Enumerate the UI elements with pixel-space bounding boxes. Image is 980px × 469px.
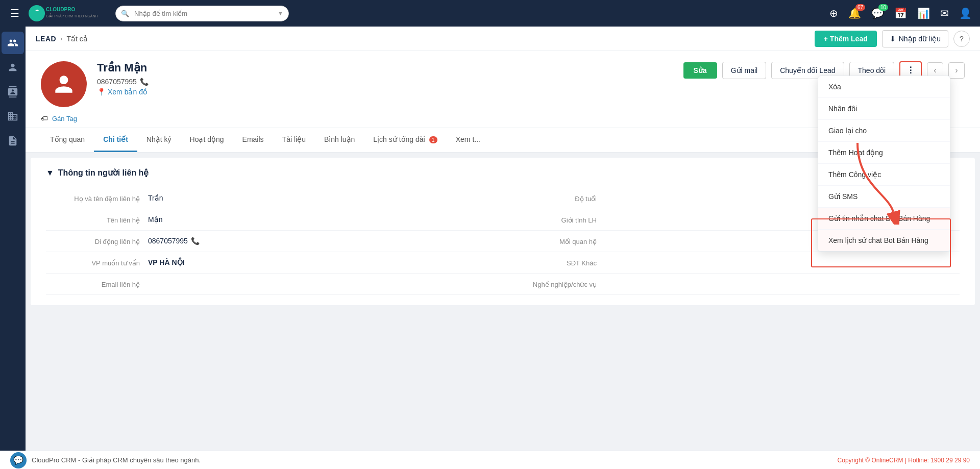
tab-chi-tiet[interactable]: Chi tiết (94, 128, 137, 152)
logo-svg: ☁ CLOUDPRO GIẢI PHÁP CRM THEO NGÀNH (28, 4, 99, 22)
field-value-ten: Mận (148, 215, 503, 224)
add-button[interactable]: ⊕ (829, 7, 838, 19)
profile-name: Trần Mận (97, 61, 673, 75)
dropdown-item-gui-sms[interactable]: Gửi SMS (818, 186, 950, 208)
phone-icon: 📞 (140, 78, 149, 86)
help-button[interactable]: ? (953, 31, 970, 47)
sidebar-item-document[interactable] (2, 130, 24, 152)
field-value-ho: Trần (148, 194, 503, 202)
navbar-right: ⊕ 🔔 67 💬 10 📅 📊 ✉ 👤 (829, 7, 972, 19)
dropdown-item-giao-lai[interactable]: Giao lại cho (818, 120, 950, 142)
field-row: Email liên hệ (46, 274, 503, 295)
avatar (41, 61, 87, 107)
chat-badge: 10 (878, 4, 888, 11)
tag-icon: 🏷 (41, 114, 48, 122)
breadcrumb-bar: LEAD › Tất cả + Thêm Lead ⬇ Nhập dữ liệu… (26, 27, 980, 51)
breadcrumb-lead: LEAD (36, 35, 56, 43)
field-row: Họ và tên đệm liên hệ Trần (46, 188, 503, 209)
chat-button[interactable]: 💬 10 (871, 7, 884, 19)
crm-tagline: CloudPro CRM - Giải pháp CRM chuyên sâu … (32, 456, 201, 464)
field-value-phone: 0867057995 📞 (148, 237, 503, 245)
dropdown-menu: Xóa Nhân đôi Giao lại cho Thêm Hoạt động… (818, 76, 950, 252)
search-input[interactable] (115, 6, 289, 21)
sidebar-item-company[interactable] (2, 105, 24, 128)
field-value-vp: VP HÀ NỘI (148, 258, 503, 266)
phone-call-icon: 📞 (191, 237, 200, 245)
messenger-button[interactable]: 💬 (10, 452, 27, 468)
field-label: Mối quan hệ (503, 237, 605, 245)
tab-hoat-dong[interactable]: Hoạt động (181, 128, 233, 152)
tab-xem-them[interactable]: Xem t... (447, 128, 489, 152)
field-row: VP muốn tư vấn VP HÀ NỘI (46, 252, 503, 274)
tab-lich-su-tong-dai[interactable]: Lịch sử tổng đài 1 (364, 128, 446, 152)
field-label: SĐT Khác (503, 258, 605, 267)
search-icon: 🔍 (121, 10, 129, 17)
next-button[interactable]: › (948, 62, 965, 79)
tag-link[interactable]: Gán Tag (52, 115, 77, 122)
phone-number: 0867057995 (97, 78, 137, 86)
send-mail-button[interactable]: Gửi mail (722, 62, 767, 79)
field-label: VP muốn tư vấn (46, 258, 148, 267)
copyright-text: Copyright © OnlineCRM | Hotline: (838, 457, 931, 464)
profile-phone: 0867057995 📞 (97, 78, 673, 86)
tab-emails[interactable]: Emails (233, 128, 273, 152)
search-dropdown-arrow[interactable]: ▼ (278, 10, 283, 16)
logo-area: ☁ CLOUDPRO GIẢI PHÁP CRM THEO NGÀNH (28, 4, 99, 22)
profile-info: Trần Mận 0867057995 📞 📍 Xem bản đồ (97, 61, 673, 96)
tab-nhat-ky[interactable]: Nhật ký (137, 128, 181, 152)
breadcrumb-actions: + Thêm Lead ⬇ Nhập dữ liệu ? (815, 30, 970, 47)
edit-button[interactable]: Sửa (683, 62, 717, 79)
field-label: Giới tính LH (503, 215, 605, 224)
calendar-button[interactable]: 📅 (894, 7, 907, 19)
profile-location: 📍 Xem bản đồ (97, 88, 673, 96)
tab-tong-quan[interactable]: Tổng quan (41, 128, 94, 152)
field-row: Nghề nghiệp/chức vụ (503, 274, 960, 295)
field-row: Di động liên hệ 0867057995 📞 (46, 231, 503, 252)
search-bar: 🔍 ▼ (115, 6, 289, 21)
hamburger-button[interactable]: ☰ (8, 5, 21, 21)
top-navbar: ☰ ☁ CLOUDPRO GIẢI PHÁP CRM THEO NGÀNH 🔍 … (0, 0, 980, 27)
dropdown-item-nhan-doi[interactable]: Nhân đôi (818, 98, 950, 120)
section-arrow: ▼ (46, 168, 54, 178)
sidebar-item-group[interactable] (2, 32, 24, 54)
tong-dai-badge: 1 (429, 136, 437, 143)
copyright: Copyright © OnlineCRM | Hotline: 1900 29… (838, 457, 970, 464)
notifications-button[interactable]: 🔔 67 (848, 7, 861, 19)
field-label: Nghề nghiệp/chức vụ (503, 280, 605, 288)
section-title-text: Thông tin người liên hệ (58, 168, 149, 178)
map-link[interactable]: Xem bản đồ (108, 88, 148, 96)
hotline: 1900 29 29 90 (930, 457, 970, 464)
svg-text:GIẢI PHÁP CRM THEO NGÀNH: GIẢI PHÁP CRM THEO NGÀNH (46, 13, 98, 18)
mail-button[interactable]: ✉ (940, 7, 949, 19)
fields-left: Họ và tên đệm liên hệ Trần Tên liên hệ M… (46, 188, 503, 295)
field-label: Họ và tên đệm liên hệ (46, 194, 148, 203)
tab-binh-luan[interactable]: Bình luận (315, 128, 364, 152)
field-label: Độ tuổi (503, 194, 605, 203)
download-icon: ⬇ (890, 35, 896, 43)
breadcrumb-current: Tất cả (66, 35, 87, 43)
dropdown-item-them-cong-viec[interactable]: Thêm Công việc (818, 164, 950, 186)
sidebar-item-contact[interactable] (2, 81, 24, 103)
field-row: SĐT Khác (503, 252, 960, 274)
sidebar-item-user[interactable] (2, 56, 24, 79)
bottom-bar: 💬 CloudPro CRM - Giải pháp CRM chuyên sâ… (0, 451, 980, 469)
svg-text:CLOUDPRO: CLOUDPRO (46, 7, 75, 12)
field-label: Email liên hệ (46, 280, 148, 288)
profile-button[interactable]: 👤 (959, 7, 972, 19)
field-label: Di động liên hệ (46, 237, 148, 245)
field-label: Tên liên hệ (46, 215, 148, 224)
left-sidebar (0, 27, 26, 469)
notification-badge: 67 (855, 4, 865, 11)
location-icon: 📍 (97, 88, 106, 96)
breadcrumb-separator: › (60, 35, 62, 42)
dropdown-item-xoa[interactable]: Xóa (818, 76, 950, 98)
dropdown-item-xem-lich-su[interactable]: Xem lịch sử chat Bot Bán Hàng (818, 230, 950, 251)
dropdown-item-them-hoat-dong[interactable]: Thêm Hoạt động (818, 142, 950, 164)
import-data-button[interactable]: ⬇ Nhập dữ liệu (882, 30, 948, 47)
add-lead-button[interactable]: + Thêm Lead (815, 31, 877, 47)
tab-tai-lieu[interactable]: Tài liệu (273, 128, 315, 152)
chart-button[interactable]: 📊 (917, 7, 930, 19)
dropdown-item-gui-tin-nhan[interactable]: Gửi tin nhắn chat Bot Bán Hàng (818, 208, 950, 230)
import-label: Nhập dữ liệu (899, 35, 941, 43)
field-row: Tên liên hệ Mận (46, 209, 503, 231)
